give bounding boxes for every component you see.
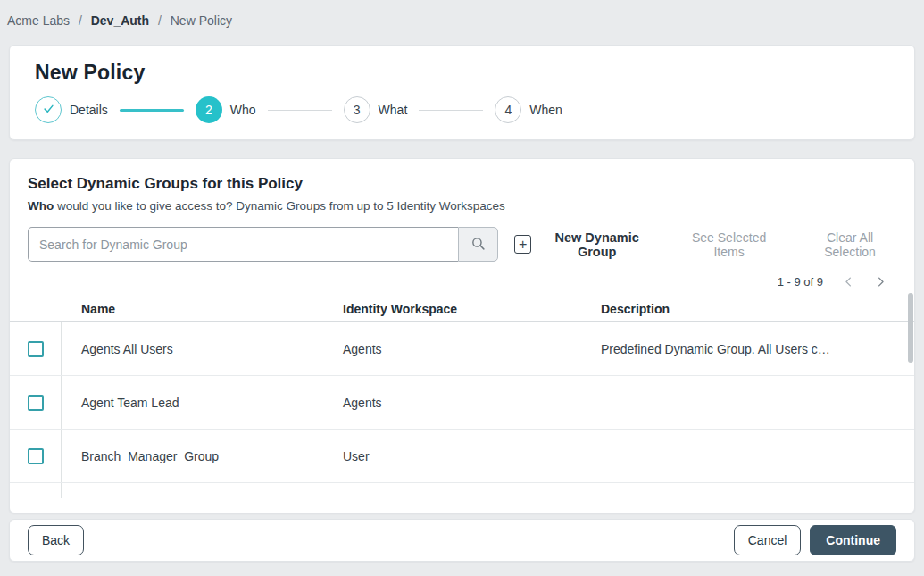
checkbox-cell (10, 483, 62, 498)
step-what-circle: 3 (344, 96, 370, 123)
column-header-name: Name (62, 302, 323, 316)
row-checkbox[interactable] (28, 448, 44, 464)
dynamic-groups-table: Name Identity Workspace Description Agen… (10, 296, 914, 498)
wizard-stepper: Details 2 Who 3 What 4 When (35, 96, 889, 123)
breadcrumb-separator: / (158, 13, 162, 28)
step-connector (419, 110, 483, 111)
chevron-right-icon (874, 275, 887, 288)
column-header-identity-workspace: Identity Workspace (323, 302, 581, 316)
checkbox-cell (10, 322, 62, 375)
see-selected-items-button[interactable]: See Selected Items (679, 230, 778, 259)
cell-workspace: Agents (323, 342, 581, 356)
page-title: New Policy (35, 61, 889, 85)
back-button[interactable]: Back (28, 525, 84, 555)
toolbar: + New Dynamic Group See Selected Items C… (10, 227, 914, 262)
step-connector-done (120, 109, 184, 112)
search-button[interactable] (458, 227, 498, 262)
breadcrumb-separator: / (79, 13, 82, 28)
table-row[interactable]: Agent Team Lead Agents (10, 376, 914, 430)
cell-name: Branch_Manager_Group (62, 449, 323, 463)
column-header-description: Description (581, 302, 914, 316)
clear-all-selection-button[interactable]: Clear All Selection (803, 230, 896, 259)
breadcrumb: Acme Labs / Dev_Auth / New Policy (0, 0, 924, 28)
search-group (28, 227, 498, 262)
row-checkbox[interactable] (28, 395, 44, 411)
step-details-label: Details (70, 103, 108, 117)
footer-right-actions: Cancel Continue (734, 525, 896, 555)
pagination-next-button[interactable] (874, 275, 887, 288)
pagination: 1 - 9 of 9 (10, 275, 914, 288)
checkbox-cell (10, 430, 62, 482)
subheading-text: would you like to give access to? Dynami… (54, 199, 504, 213)
step-who[interactable]: 2 Who (196, 96, 256, 123)
table-row[interactable]: Branch_Manager_Group User (10, 430, 914, 483)
step-what[interactable]: 3 What (344, 96, 408, 123)
step-when-circle: 4 (495, 96, 521, 123)
cell-name: Agent Team Lead (62, 396, 323, 410)
section-subheading: Who would you like to give access to? Dy… (10, 199, 914, 213)
search-input[interactable] (28, 227, 458, 262)
dynamic-groups-card: Select Dynamic Groups for this Policy Wh… (9, 158, 915, 513)
section-heading: Select Dynamic Groups for this Policy (10, 175, 914, 193)
subheading-who: Who (28, 199, 54, 213)
vertical-scrollbar[interactable] (908, 293, 913, 363)
row-checkbox[interactable] (28, 341, 44, 357)
footer-action-bar: Back Cancel Continue (9, 519, 915, 562)
continue-button[interactable]: Continue (810, 525, 896, 555)
new-dynamic-group-label: New Dynamic Group (539, 230, 654, 259)
table-row[interactable]: Agents All Users Agents Predefined Dynam… (10, 322, 914, 376)
wizard-header-card: New Policy Details 2 Who 3 What (9, 45, 915, 140)
breadcrumb-item-dev-auth[interactable]: Dev_Auth (91, 13, 149, 28)
step-when-label: When (529, 103, 562, 117)
breadcrumb-item-new-policy: New Policy (171, 13, 232, 28)
check-icon (42, 102, 55, 118)
step-what-label: What (379, 103, 408, 117)
checkbox-cell (10, 376, 62, 429)
step-connector (268, 110, 332, 111)
new-dynamic-group-button[interactable]: + New Dynamic Group (514, 230, 654, 259)
table-row-partial (10, 483, 914, 498)
step-who-circle: 2 (196, 96, 222, 123)
table-header-row: Name Identity Workspace Description (10, 296, 914, 322)
cell-description: Predefined Dynamic Group. All Users c… (581, 342, 914, 356)
cell-workspace: User (323, 449, 581, 463)
step-who-label: Who (230, 103, 256, 117)
pagination-prev-button[interactable] (842, 275, 855, 288)
search-icon (470, 236, 486, 254)
cancel-button[interactable]: Cancel (734, 525, 802, 555)
pagination-range: 1 - 9 of 9 (778, 275, 823, 288)
breadcrumb-item-acme-labs[interactable]: Acme Labs (7, 13, 70, 28)
plus-icon: + (514, 235, 531, 254)
cell-workspace: Agents (323, 396, 581, 410)
step-when[interactable]: 4 When (495, 96, 562, 123)
page: Acme Labs / Dev_Auth / New Policy New Po… (0, 0, 924, 576)
step-details[interactable]: Details (35, 96, 108, 123)
step-details-circle (35, 96, 62, 123)
chevron-left-icon (842, 275, 855, 288)
cell-name: Agents All Users (62, 342, 323, 356)
